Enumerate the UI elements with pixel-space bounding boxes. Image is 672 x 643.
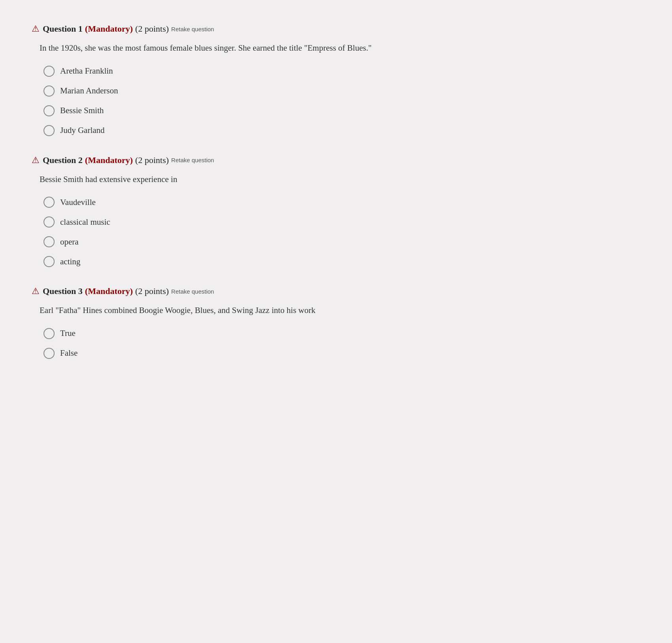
option-label-1-3: Bessie Smith — [60, 106, 104, 116]
option-label-1-1: Aretha Franklin — [60, 66, 113, 76]
question-text-3: Earl "Fatha" Hines combined Boogie Woogi… — [40, 304, 640, 317]
radio-circle-3-2[interactable] — [44, 348, 55, 359]
points-label-1: (2 points) — [135, 24, 169, 34]
question-header-3: ⚠Question 3(Mandatory)(2 points)Retake q… — [32, 286, 640, 296]
points-label-2: (2 points) — [135, 155, 169, 165]
question-block-3: ⚠Question 3(Mandatory)(2 points)Retake q… — [32, 286, 640, 359]
mandatory-label-3: (Mandatory) — [85, 286, 133, 296]
option-label-3-2: False — [60, 348, 78, 358]
question-number-3: Question 3 — [43, 286, 83, 296]
question-text-2: Bessie Smith had extensive experience in — [40, 173, 640, 186]
question-number-2: Question 2 — [43, 155, 83, 165]
points-label-3: (2 points) — [135, 286, 169, 296]
option-item-2-3[interactable]: opera — [44, 236, 640, 247]
option-label-1-2: Marian Anderson — [60, 86, 118, 96]
option-label-2-3: opera — [60, 237, 79, 247]
option-item-2-2[interactable]: classical music — [44, 216, 640, 228]
question-block-2: ⚠Question 2(Mandatory)(2 points)Retake q… — [32, 155, 640, 267]
radio-circle-3-1[interactable] — [44, 328, 55, 339]
option-item-3-1[interactable]: True — [44, 328, 640, 339]
radio-circle-2-1[interactable] — [44, 197, 55, 208]
option-item-3-2[interactable]: False — [44, 348, 640, 359]
option-item-1-1[interactable]: Aretha Franklin — [44, 66, 640, 77]
question-text-1: In the 1920s, she was the most famous fe… — [40, 42, 640, 55]
mandatory-label-1: (Mandatory) — [85, 24, 133, 34]
question-number-1: Question 1 — [43, 24, 83, 34]
options-list-3: TrueFalse — [44, 328, 640, 359]
option-item-2-1[interactable]: Vaudeville — [44, 197, 640, 208]
radio-circle-2-3[interactable] — [44, 236, 55, 247]
options-list-2: Vaudevilleclassical musicoperaacting — [44, 197, 640, 267]
radio-circle-1-4[interactable] — [44, 125, 55, 136]
radio-circle-1-3[interactable] — [44, 105, 55, 116]
warning-icon: ⚠ — [32, 24, 40, 34]
retake-label-2[interactable]: Retake question — [171, 157, 214, 163]
retake-label-3[interactable]: Retake question — [171, 288, 214, 295]
option-item-1-4[interactable]: Judy Garland — [44, 125, 640, 136]
option-label-2-1: Vaudeville — [60, 197, 96, 207]
quiz-container: ⚠Question 1(Mandatory)(2 points)Retake q… — [32, 24, 640, 359]
radio-circle-2-4[interactable] — [44, 256, 55, 267]
warning-icon: ⚠ — [32, 155, 40, 165]
radio-circle-1-2[interactable] — [44, 85, 55, 97]
mandatory-label-2: (Mandatory) — [85, 155, 133, 165]
option-label-2-2: classical music — [60, 217, 110, 227]
retake-label-1[interactable]: Retake question — [171, 26, 214, 32]
options-list-1: Aretha FranklinMarian AndersonBessie Smi… — [44, 66, 640, 136]
option-label-1-4: Judy Garland — [60, 125, 105, 135]
question-block-1: ⚠Question 1(Mandatory)(2 points)Retake q… — [32, 24, 640, 136]
option-item-2-4[interactable]: acting — [44, 256, 640, 267]
question-header-1: ⚠Question 1(Mandatory)(2 points)Retake q… — [32, 24, 640, 34]
radio-circle-1-1[interactable] — [44, 66, 55, 77]
option-item-1-3[interactable]: Bessie Smith — [44, 105, 640, 116]
warning-icon: ⚠ — [32, 286, 40, 296]
option-label-2-4: acting — [60, 257, 80, 267]
question-header-2: ⚠Question 2(Mandatory)(2 points)Retake q… — [32, 155, 640, 165]
option-item-1-2[interactable]: Marian Anderson — [44, 85, 640, 97]
option-label-3-1: True — [60, 328, 76, 338]
radio-circle-2-2[interactable] — [44, 216, 55, 228]
